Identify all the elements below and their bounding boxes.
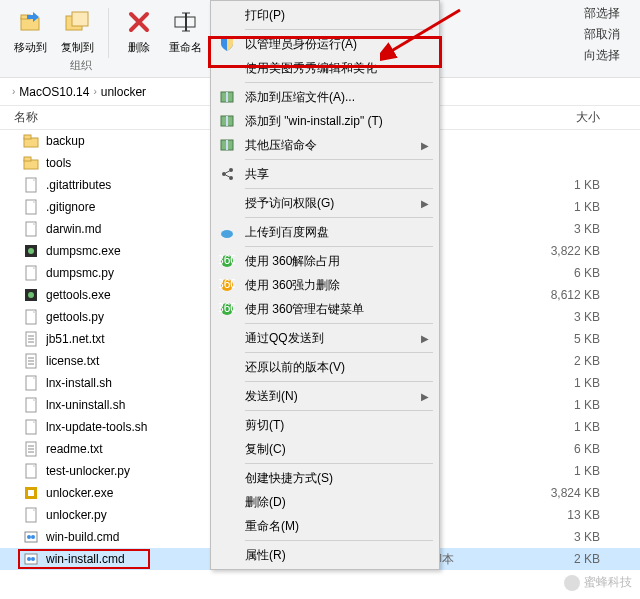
menu-item-icon: 360	[217, 275, 237, 295]
file-size: 6 KB	[504, 266, 640, 280]
svg-point-46	[27, 557, 31, 561]
menu-item-icon: 360	[217, 299, 237, 319]
svg-point-47	[31, 557, 35, 561]
file-icon	[22, 154, 40, 172]
svg-text:360: 360	[219, 253, 235, 267]
menu-item-label: 共享	[245, 166, 429, 183]
file-size: 3 KB	[504, 530, 640, 544]
file-name: .gitignore	[46, 200, 214, 214]
submenu-arrow-icon: ▶	[421, 333, 429, 344]
menu-separator	[245, 188, 433, 189]
svg-rect-51	[226, 116, 228, 126]
breadcrumb-item[interactable]: unlocker	[101, 85, 146, 99]
menu-item[interactable]: 授予访问权限(G)▶	[213, 191, 437, 215]
file-name: .gitattributes	[46, 178, 214, 192]
menu-item[interactable]: 360使用 360解除占用	[213, 249, 437, 273]
menu-item-label: 使用 360解除占用	[245, 253, 429, 270]
file-size: 1 KB	[504, 200, 640, 214]
svg-rect-3	[72, 12, 88, 26]
select-none[interactable]: 部取消	[580, 25, 624, 44]
copy-to-button[interactable]: 复制到	[55, 4, 100, 57]
file-name: darwin.md	[46, 222, 214, 236]
menu-separator	[245, 29, 433, 30]
select-all[interactable]: 部选择	[580, 4, 624, 23]
menu-item-icon	[217, 357, 237, 377]
svg-rect-11	[24, 135, 31, 139]
file-icon	[22, 264, 40, 282]
menu-item-icon	[217, 386, 237, 406]
svg-point-44	[31, 535, 35, 539]
file-size: 13 KB	[504, 508, 640, 522]
file-icon	[22, 440, 40, 458]
menu-item-label: 其他压缩命令	[245, 137, 421, 154]
file-size: 2 KB	[504, 354, 640, 368]
invert-selection[interactable]: 向选择	[580, 46, 624, 65]
file-size: 5 KB	[504, 332, 640, 346]
menu-item[interactable]: 属性(R)	[213, 543, 437, 567]
svg-rect-49	[226, 92, 228, 102]
file-name: unlocker.py	[46, 508, 214, 522]
menu-item-icon	[217, 439, 237, 459]
menu-separator	[245, 463, 433, 464]
menu-item-label: 删除(D)	[245, 494, 429, 511]
file-size: 1 KB	[504, 420, 640, 434]
file-icon	[22, 308, 40, 326]
file-size: 1 KB	[504, 398, 640, 412]
menu-item-icon	[217, 328, 237, 348]
menu-item-icon	[217, 492, 237, 512]
rename-button[interactable]: 重命名	[163, 4, 208, 57]
file-size: 3 KB	[504, 310, 640, 324]
menu-item[interactable]: 以管理员身份运行(A)	[213, 32, 437, 56]
menu-item-label: 通过QQ发送到	[245, 330, 421, 347]
move-icon	[15, 6, 47, 38]
menu-item-label: 使用 360管理右键菜单	[245, 301, 429, 318]
menu-item[interactable]: 打印(P)	[213, 3, 437, 27]
menu-separator	[245, 381, 433, 382]
menu-item[interactable]: 通过QQ发送到▶	[213, 326, 437, 350]
header-name[interactable]: 名称	[0, 109, 210, 126]
file-icon	[22, 550, 40, 568]
svg-point-59	[221, 230, 233, 238]
menu-item[interactable]: 添加到 "win-install.zip" (T)	[213, 109, 437, 133]
file-icon	[22, 198, 40, 216]
menu-item[interactable]: 创建快捷方式(S)	[213, 466, 437, 490]
svg-rect-0	[21, 18, 39, 30]
svg-line-58	[226, 175, 230, 177]
menu-item[interactable]: 剪切(T)	[213, 413, 437, 437]
menu-item-label: 发送到(N)	[245, 388, 421, 405]
menu-item[interactable]: 360使用 360强力删除	[213, 273, 437, 297]
menu-item[interactable]: 还原以前的版本(V)	[213, 355, 437, 379]
file-name: win-install.cmd	[46, 552, 214, 566]
menu-item-label: 还原以前的版本(V)	[245, 359, 429, 376]
file-name: lnx-install.sh	[46, 376, 214, 390]
file-size: 2 KB	[504, 552, 640, 566]
delete-button[interactable]: 删除	[117, 4, 161, 57]
file-name: win-build.cmd	[46, 530, 214, 544]
rename-icon	[170, 6, 202, 38]
menu-item[interactable]: 其他压缩命令▶	[213, 133, 437, 157]
file-icon	[22, 484, 40, 502]
menu-item[interactable]: 共享	[213, 162, 437, 186]
breadcrumb-item[interactable]: MacOS10.14	[19, 85, 89, 99]
menu-item-icon	[217, 193, 237, 213]
menu-item[interactable]: 发送到(N)▶	[213, 384, 437, 408]
menu-item[interactable]: 重命名(M)	[213, 514, 437, 538]
file-icon	[22, 396, 40, 414]
menu-item-label: 上传到百度网盘	[245, 224, 429, 241]
menu-item[interactable]: 添加到压缩文件(A)...	[213, 85, 437, 109]
menu-item[interactable]: 360使用 360管理右键菜单	[213, 297, 437, 321]
menu-item[interactable]: 上传到百度网盘	[213, 220, 437, 244]
header-size[interactable]: 大小	[500, 109, 640, 126]
menu-item[interactable]: 删除(D)	[213, 490, 437, 514]
menu-item[interactable]: 复制(C)	[213, 437, 437, 461]
menu-item[interactable]: 使用美图秀秀编辑和美化	[213, 56, 437, 80]
file-size: 3,824 KB	[504, 486, 640, 500]
file-size: 1 KB	[504, 178, 640, 192]
move-to-button[interactable]: 移动到	[8, 4, 53, 57]
file-icon	[22, 352, 40, 370]
menu-separator	[245, 323, 433, 324]
menu-item-icon	[217, 516, 237, 536]
menu-item-icon	[217, 87, 237, 107]
menu-item-icon	[217, 545, 237, 565]
menu-item-icon	[217, 164, 237, 184]
